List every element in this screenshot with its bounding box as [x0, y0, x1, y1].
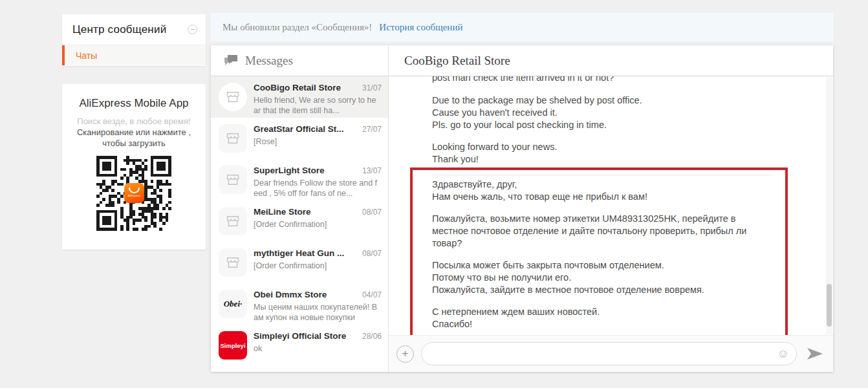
messages-header-label: Messages — [245, 54, 293, 68]
conversation-item[interactable]: mythtiger Heat Gun ... 08/07 [Order Conf… — [211, 242, 388, 283]
conversation-date: 08/07 — [362, 208, 382, 217]
messages-panel: Messages CooBigo Retail Store 31/07 Hell… — [211, 45, 833, 372]
mobile-app-card: AliExpress Mobile App Поиск везде, в люб… — [62, 84, 206, 250]
conversation-name: GreatStar Official St... — [254, 124, 344, 134]
conversation-body: CooBigo Retail Store 31/07 Hello friend,… — [254, 83, 382, 118]
chat-column: CooBigo Retail Store post man check the … — [389, 45, 833, 372]
collapse-icon[interactable]: − — [188, 25, 197, 34]
message-input-pill[interactable]: ☺ — [421, 342, 797, 365]
conversation-item[interactable]: CooBigo Retail Store 31/07 Hello friend,… — [211, 76, 388, 118]
storefront-icon — [225, 213, 241, 229]
store-avatar — [219, 248, 247, 277]
obei-logo-avatar: Obei· — [219, 290, 247, 318]
aliexpress-logo: AliExpress — [124, 183, 144, 203]
conversation-name: Simpleyi Official Store — [254, 331, 346, 341]
mobile-app-instruction-line1: Сканирование или нажмите , — [62, 127, 206, 138]
conversation-date: 13/07 — [362, 166, 382, 175]
attach-button[interactable]: + — [396, 345, 414, 363]
conversation-date: 28/06 — [362, 332, 382, 341]
mobile-app-instruction-line2: чтобы загрузить — [62, 138, 206, 149]
conversation-name: Obei Dmmx Store — [254, 290, 327, 299]
sidebar-item-chats[interactable]: Чаты — [62, 45, 206, 65]
update-banner-text: Мы обновили раздел «Сообщения»! — [222, 22, 372, 33]
conversation-item[interactable]: MeiLine Store 08/07 [Order Confirmation] — [211, 200, 388, 242]
message-center-card: Центр сообщений − Чаты — [62, 14, 206, 66]
conversation-body: GreatStar Official St... 27/07 [Rose] — [254, 124, 382, 159]
conversation-preview: Hello friend, We are so sorry to hear th… — [254, 95, 382, 116]
conversation-preview: [Order Confirmation] — [254, 261, 382, 271]
english-message: Due to the package may be shelved by pos… — [432, 85, 833, 166]
conversation-body: mythtiger Heat Gun ... 08/07 [Order Conf… — [254, 248, 382, 283]
aliexpress-logo-label: AliExpress — [124, 194, 144, 197]
sidebar-item-chats-label: Чаты — [76, 50, 97, 61]
conversation-date: 27/07 — [362, 125, 382, 134]
store-avatar — [219, 83, 247, 111]
messages-header: Messages — [211, 45, 388, 76]
conversation-name: mythtiger Heat Gun ... — [254, 248, 344, 258]
conversation-preview: [Rose] — [254, 136, 382, 147]
conversation-list-column: Messages CooBigo Retail Store 31/07 Hell… — [211, 45, 389, 372]
conversation-body: MeiLine Store 08/07 [Order Confirmation] — [254, 207, 382, 242]
aliexpress-smile-icon — [129, 188, 140, 193]
conversation-name: MeiLine Store — [254, 207, 311, 217]
conversation-preview: [Order Confirmation] — [254, 219, 382, 230]
simpleyi-logo-avatar: Simpleyi — [219, 331, 247, 360]
storefront-icon — [225, 172, 241, 188]
message-history-link[interactable]: История сообщений — [379, 22, 462, 33]
messages-icon — [224, 54, 238, 67]
conversation-item[interactable]: GreatStar Official St... 27/07 [Rose] — [211, 118, 388, 159]
translation-highlight-box: Здравствуйте, друг,Нам очень жаль, что т… — [410, 167, 788, 335]
mobile-app-subtitle: Поиск везде, в любое время! — [62, 116, 206, 127]
store-avatar — [219, 166, 247, 194]
chat-title: CooBigo Retail Store — [389, 45, 833, 76]
message-divider — [432, 175, 772, 175]
message-composer: + ☺ — [389, 335, 833, 372]
conversation-name: CooBigo Retail Store — [254, 83, 341, 92]
store-avatar — [219, 207, 247, 235]
conversation-item[interactable]: Obei· Obei Dmmx Store 04/07 Мы ценим наш… — [211, 283, 388, 325]
send-button[interactable] — [807, 348, 823, 360]
message-center-title: Центр сообщений — [72, 23, 188, 36]
conversation-preview: Dear friends Follow the store and feed ,… — [254, 178, 382, 199]
storefront-icon — [225, 89, 241, 105]
conversation-item[interactable]: SuperLight Store 13/07 Dear friends Foll… — [211, 159, 388, 200]
conversation-preview: Мы ценим наших покупателей! Вам купон на… — [254, 302, 382, 323]
translated-message: Здравствуйте, друг,Нам очень жаль, что т… — [432, 178, 772, 330]
conversation-body: SuperLight Store 13/07 Dear friends Foll… — [254, 166, 382, 200]
conversation-date: 04/07 — [362, 290, 382, 299]
conversation-item[interactable]: Simpleyi Simpleyi Official Store 28/06 o… — [211, 325, 388, 366]
chat-scrollbar-track[interactable] — [826, 77, 832, 334]
conversation-body: Simpleyi Official Store 28/06 ok — [254, 331, 382, 366]
mobile-app-title: AliExpress Mobile App — [62, 97, 206, 110]
update-banner: Мы обновили раздел «Сообщения»! История … — [211, 13, 833, 41]
conversation-date: 08/07 — [362, 249, 382, 258]
message-center-header: Центр сообщений − — [62, 14, 206, 45]
conversation-preview: ok — [254, 343, 382, 354]
storefront-icon — [225, 131, 241, 146]
clipped-message-line: post man check the item arrived in it or… — [432, 76, 833, 85]
message-input[interactable] — [431, 344, 777, 363]
send-icon — [807, 348, 823, 360]
storefront-icon — [225, 255, 241, 270]
store-avatar — [219, 124, 247, 153]
chat-scrollbar-thumb[interactable] — [827, 284, 832, 327]
conversation-list: CooBigo Retail Store 31/07 Hello friend,… — [211, 76, 388, 372]
chat-message-area: post man check the item arrived in it or… — [389, 76, 833, 335]
emoji-icon[interactable]: ☺ — [777, 348, 789, 360]
conversation-date: 31/07 — [362, 83, 382, 92]
conversation-name: SuperLight Store — [254, 166, 325, 175]
qr-code: AliExpress — [96, 156, 171, 231]
conversation-body: Obei Dmmx Store 04/07 Мы ценим наших пок… — [254, 290, 382, 325]
